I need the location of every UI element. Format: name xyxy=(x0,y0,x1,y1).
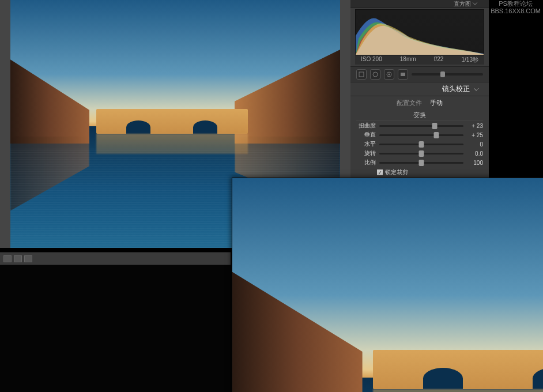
svg-rect-0 xyxy=(359,72,364,77)
vertical-row: 垂直 + 25 xyxy=(350,130,489,140)
filmstrip-button-2[interactable] xyxy=(14,255,22,262)
chevron-down-icon xyxy=(474,87,478,92)
scale-slider[interactable] xyxy=(379,162,463,164)
svg-point-1 xyxy=(373,72,378,77)
rotate-value[interactable]: 0.0 xyxy=(467,150,483,157)
transform-subheader: 变换 xyxy=(356,110,483,121)
scale-label: 比例 xyxy=(356,159,376,167)
svg-point-3 xyxy=(389,74,390,76)
vertical-slider[interactable] xyxy=(379,134,463,136)
constrain-crop-row[interactable]: ✓ 锁定裁剪 xyxy=(350,167,489,179)
develop-right-panel: 直方图 ISO 200 18mm f/22 1/13秒 镜头校正 配置文件 手动… xyxy=(350,0,489,179)
histogram-graph xyxy=(356,10,484,55)
checkbox-checked-icon[interactable]: ✓ xyxy=(377,169,383,175)
lens-tabs: 配置文件 手动 xyxy=(350,96,489,110)
scale-row: 比例 100 xyxy=(350,158,489,167)
filmstrip-toolbar xyxy=(0,252,231,265)
scale-value[interactable]: 100 xyxy=(467,160,483,166)
tab-manual[interactable]: 手动 xyxy=(430,99,443,107)
lens-correction-header[interactable]: 镜头校正 xyxy=(350,82,489,96)
horizontal-value[interactable]: 0 xyxy=(467,141,483,148)
exif-iso: ISO 200 xyxy=(361,56,382,64)
redeye-tool-icon[interactable] xyxy=(384,69,394,80)
vertical-value[interactable]: + 25 xyxy=(467,132,483,138)
slider-handle[interactable] xyxy=(440,71,445,77)
rotate-row: 旋转 0.0 xyxy=(350,149,489,158)
exif-row: ISO 200 18mm f/22 1/13秒 xyxy=(355,55,484,65)
horizontal-row: 水平 0 xyxy=(350,140,489,149)
slider-handle[interactable] xyxy=(419,150,424,157)
constrain-crop-label: 锁定裁剪 xyxy=(385,168,408,176)
rotate-label: 旋转 xyxy=(356,149,376,157)
tab-profile[interactable]: 配置文件 xyxy=(397,99,422,107)
slider-handle[interactable] xyxy=(419,160,424,166)
exif-aperture: f/22 xyxy=(434,56,444,64)
chevron-down-icon xyxy=(473,1,477,6)
filmstrip-button-1[interactable] xyxy=(3,255,12,262)
exif-focal: 18mm xyxy=(400,56,416,64)
horizontal-label: 水平 xyxy=(356,140,376,148)
histogram[interactable] xyxy=(355,9,484,55)
vertical-label: 垂直 xyxy=(356,131,376,139)
histogram-title: 直方图 xyxy=(454,1,471,7)
distortion-label: 扭曲度 xyxy=(356,122,376,130)
exif-shutter: 1/13秒 xyxy=(462,56,478,64)
distortion-value[interactable]: + 23 xyxy=(467,123,483,129)
svg-rect-4 xyxy=(401,73,405,76)
filmstrip-area xyxy=(0,265,231,392)
horizontal-slider[interactable] xyxy=(379,144,463,145)
crop-tool-icon[interactable] xyxy=(356,69,367,80)
lens-correction-title: 镜头校正 xyxy=(442,85,470,93)
rotate-slider[interactable] xyxy=(379,153,463,154)
histogram-header[interactable]: 直方图 xyxy=(350,0,489,8)
slider-handle[interactable] xyxy=(434,132,439,138)
gradient-tool-icon[interactable] xyxy=(398,69,408,80)
tool-size-slider[interactable] xyxy=(412,73,483,76)
watermark-line2: BBS.16XX8.COM xyxy=(491,7,541,15)
spot-tool-icon[interactable] xyxy=(370,69,380,80)
slider-handle[interactable] xyxy=(432,123,438,129)
watermark: PS教程论坛 BBS.16XX8.COM xyxy=(491,0,541,15)
watermark-line1: PS教程论坛 xyxy=(491,0,541,7)
distortion-row: 扭曲度 + 23 xyxy=(350,121,489,130)
comparison-image xyxy=(232,178,543,392)
tool-strip xyxy=(350,66,489,82)
slider-handle[interactable] xyxy=(419,141,424,148)
filmstrip-button-3[interactable] xyxy=(24,255,32,262)
distortion-slider[interactable] xyxy=(379,125,463,127)
